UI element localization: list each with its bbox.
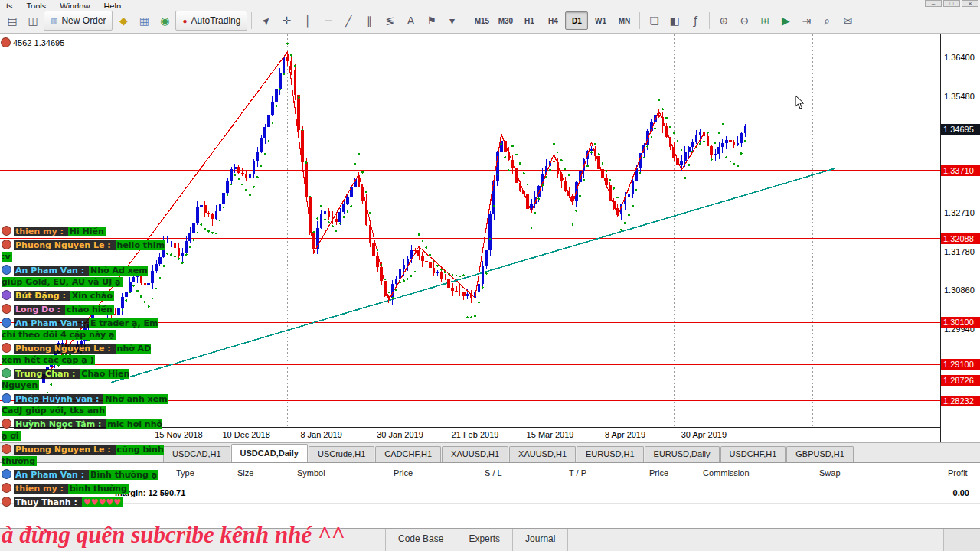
- candle-body: [342, 204, 345, 212]
- new-order-button[interactable]: ▥New Order: [44, 11, 113, 31]
- candle-body: [482, 266, 485, 283]
- horizontal-line-icon[interactable]: ─: [318, 11, 338, 30]
- timeframe-w1[interactable]: W1: [589, 11, 612, 30]
- terminal-column-s-l-4[interactable]: S / L: [485, 468, 502, 478]
- timeframe-m15[interactable]: M15: [470, 11, 493, 30]
- terminal-column-type-0[interactable]: Type: [176, 468, 194, 478]
- sar-dot: [628, 214, 630, 217]
- timeframe-mn[interactable]: MN: [612, 11, 635, 30]
- candle-body: [710, 146, 713, 155]
- restore-button[interactable]: □: [943, 0, 960, 7]
- candle-body: [215, 211, 218, 219]
- terminal-column-swap-8[interactable]: Swap: [819, 468, 841, 478]
- sar-dot: [219, 219, 221, 221]
- sar-dot: [553, 142, 555, 145]
- chart-tab-usdchf-h1-8[interactable]: USDCHF,H1: [720, 446, 786, 462]
- cursor-icon[interactable]: ➤: [253, 7, 279, 34]
- candle-body: [413, 250, 416, 251]
- print-icon[interactable]: ▦: [134, 11, 154, 30]
- candle-body: [455, 291, 458, 292]
- candle-body: [658, 115, 661, 117]
- timeframe-m30[interactable]: M30: [494, 11, 517, 30]
- sar-dot: [658, 99, 660, 102]
- chat-author: Thuy Thanh :: [14, 497, 82, 507]
- chart-tab-uscrude-h1-2[interactable]: USCrude,H1: [309, 446, 374, 462]
- timeframe-d1[interactable]: D1: [565, 11, 588, 30]
- terminal-column-symbol-2[interactable]: Symbol: [297, 468, 325, 478]
- price-level-badge: 1.32088: [941, 233, 980, 244]
- chart-tab-cadchf-h1-3[interactable]: CADCHF,H1: [375, 446, 441, 462]
- channel-icon[interactable]: ∥: [359, 11, 379, 30]
- chat-author: thien my :: [14, 227, 68, 236]
- menu-item-tools[interactable]: Tools: [27, 2, 47, 8]
- price-level-badge: 1.29100: [941, 359, 980, 370]
- chat-icon[interactable]: ✉: [838, 11, 858, 30]
- menu-item-window[interactable]: Window: [60, 2, 90, 8]
- trendline-icon[interactable]: ╱: [338, 11, 358, 30]
- chart-tab-usdcad-daily-1[interactable]: USDCAD,Daily: [231, 444, 308, 462]
- zoom-out-icon[interactable]: ⊖: [734, 11, 754, 30]
- sar-dot: [523, 172, 525, 174]
- strategy-tester-icon[interactable]: ▶: [776, 11, 795, 30]
- tile-horizontally-icon[interactable]: ◧: [665, 11, 684, 30]
- chart-tab-xauusd-h1-4[interactable]: XAUUSD,H1: [442, 446, 508, 462]
- cascade-windows-icon[interactable]: ❏: [644, 11, 664, 30]
- terminal-column-price-6[interactable]: Price: [649, 468, 668, 478]
- candle-body: [421, 256, 424, 261]
- tile-windows-icon[interactable]: ⊞: [755, 11, 775, 30]
- indicators-icon[interactable]: ƒ: [685, 11, 705, 30]
- timeframe-h1[interactable]: H1: [518, 11, 541, 30]
- sar-dot: [279, 88, 281, 90]
- new-chart-icon[interactable]: ▤: [2, 11, 22, 30]
- close-button[interactable]: ×: [962, 0, 978, 7]
- terminal-tab-journal[interactable]: Journal: [513, 529, 568, 551]
- terminal-column-commission-7[interactable]: Commission: [703, 468, 750, 478]
- terminal-tab-code-base[interactable]: Code Base: [385, 529, 456, 551]
- terminal-tab-experts[interactable]: Experts: [456, 529, 513, 551]
- data-window-icon[interactable]: ◉: [155, 11, 175, 30]
- menu-item-help[interactable]: Help: [103, 2, 121, 8]
- terminal-column-profit-9[interactable]: Profit: [948, 468, 968, 478]
- chart-tab-usdcad-h1-0[interactable]: USDCAD,H1: [163, 446, 230, 462]
- chart-tab-xauusd-h1-5[interactable]: XAUUSD,H1: [509, 446, 576, 462]
- chart-shift-icon[interactable]: ⇥: [796, 11, 816, 30]
- sar-dot: [181, 262, 184, 264]
- arrow-label-icon[interactable]: ⚑: [421, 11, 441, 30]
- ascending-trendline[interactable]: [111, 168, 835, 383]
- sar-dot: [395, 289, 397, 291]
- chart-tab-eurusd-daily-7[interactable]: EURUSD,Daily: [645, 446, 720, 462]
- profiles-icon[interactable]: ◫: [23, 11, 43, 30]
- candle-body: [436, 272, 439, 273]
- search-icon[interactable]: ⌕: [817, 11, 837, 30]
- chart-tab-gbpusd-h1-9[interactable]: GBPUSD,H1: [786, 446, 854, 462]
- crosshair-icon[interactable]: ✛: [276, 11, 296, 30]
- shapes-dropdown-icon[interactable]: ▾: [442, 11, 462, 30]
- chart-tab-eurusd-h1-6[interactable]: EURUSD,H1: [577, 446, 644, 462]
- terminal-column-size-1[interactable]: Size: [237, 468, 253, 478]
- window-controls: –□×: [925, 0, 978, 7]
- new-order-button-label: New Order: [61, 15, 106, 26]
- chat-message: An Pham Van : Bình thường ạ: [2, 469, 169, 481]
- vertical-line-icon[interactable]: │: [297, 11, 317, 30]
- timeframe-h4[interactable]: H4: [541, 11, 564, 30]
- terminal-column-price-3[interactable]: Price: [394, 468, 413, 478]
- price-axis-label: 1.36400: [944, 53, 975, 62]
- minimize-button[interactable]: –: [925, 0, 942, 7]
- sar-dot: [462, 274, 465, 276]
- resize-grip-area[interactable]: [943, 529, 980, 551]
- chat-text: chào hiền: [65, 305, 114, 315]
- sar-dot: [527, 184, 529, 186]
- candle-body: [729, 140, 732, 142]
- chat-author: Phuong Nguyen Le :: [14, 445, 116, 455]
- text-icon[interactable]: A: [400, 11, 420, 30]
- terminal-column-t-p-5[interactable]: T / P: [569, 468, 586, 478]
- chat-avatar-icon: [2, 265, 11, 275]
- fibonacci-icon[interactable]: ≶: [380, 11, 400, 30]
- zoom-in-icon[interactable]: ⊕: [714, 11, 733, 30]
- menu-item-ts[interactable]: ts: [6, 2, 13, 8]
- chat-text: Xin chào: [70, 291, 114, 301]
- expert-advisors-icon[interactable]: ◆: [113, 11, 133, 30]
- autotrading-button[interactable]: ●AutoTrading: [175, 11, 247, 31]
- candle-body: [241, 173, 244, 175]
- price-scale[interactable]: 1.364001.354801.327101.317801.308601.299…: [940, 34, 980, 442]
